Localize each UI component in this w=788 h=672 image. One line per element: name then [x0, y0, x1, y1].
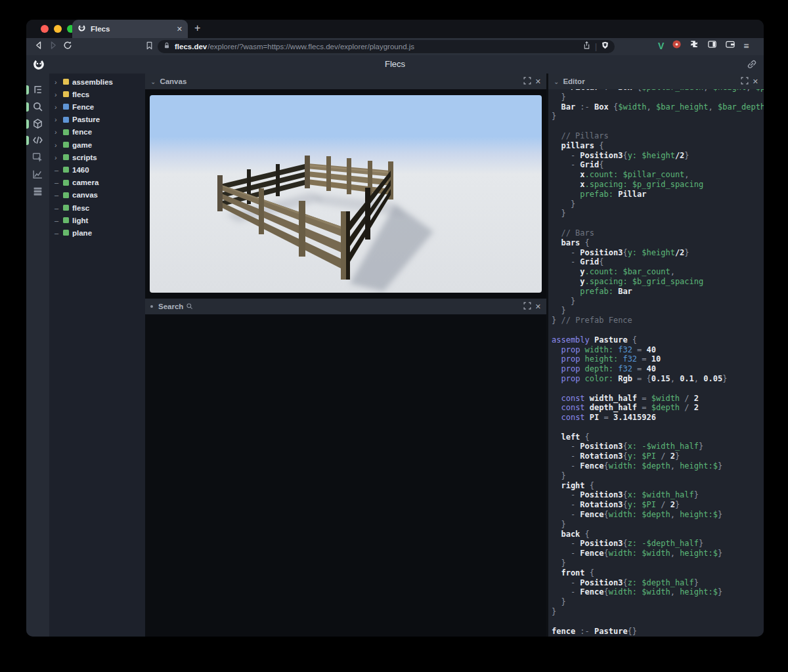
maximize-icon[interactable] [741, 77, 749, 86]
share-link-icon[interactable] [747, 59, 757, 72]
tool-search-icon[interactable] [26, 98, 49, 116]
brave-shield-icon[interactable] [601, 41, 609, 52]
code-line: - Fence{width: $depth, height:$} [552, 461, 764, 471]
browser-tab[interactable]: Flecs ✕ [72, 20, 188, 38]
maximize-icon[interactable] [523, 77, 531, 86]
code-line: right { [552, 481, 764, 491]
search-panel-body[interactable] [145, 314, 546, 637]
tool-inspector-icon[interactable] [26, 149, 49, 166]
expand-arrow-icon[interactable]: › [55, 154, 60, 161]
tree-item-flecs[interactable]: ›flecs [49, 88, 145, 100]
tree-item-1460[interactable]: –1460 [49, 163, 145, 176]
tree-item-Pasture[interactable]: ›Pasture [49, 114, 145, 126]
tab-strip: Flecs ✕ + [26, 20, 764, 38]
code-editor[interactable]: Pillar :- Box {$pillar_width, $height, $… [548, 89, 764, 637]
close-icon[interactable]: ✕ [753, 77, 758, 86]
leaf-dash-icon: – [55, 217, 60, 224]
tree-item-camera[interactable]: –camera [49, 177, 145, 189]
code-line [552, 121, 764, 131]
extensions-puzzle-icon[interactable] [690, 39, 699, 52]
tree-item-label: fence [72, 128, 92, 136]
close-icon[interactable]: ✕ [535, 303, 541, 311]
maximize-icon[interactable] [523, 302, 531, 311]
code-line: } [552, 520, 764, 530]
tree-item-canvas[interactable]: –canvas [49, 189, 145, 201]
code-line: front { [552, 568, 764, 578]
forward-button-icon[interactable] [46, 40, 60, 53]
divider: | [595, 42, 597, 51]
code-line: } [552, 558, 764, 568]
canvas-panel-header[interactable]: ⌄ Canvas ✕ [145, 74, 546, 89]
tree-item-game[interactable]: ›game [49, 138, 145, 151]
code-line: prop depth: f32 = 40 [552, 364, 764, 374]
code-line: - Position3{z: -$depth_half} [552, 539, 764, 549]
tree-item-fence[interactable]: ›fence [49, 126, 145, 138]
code-line [552, 384, 764, 394]
tree-item-label: light [72, 217, 88, 224]
entity-color-square [63, 205, 69, 211]
code-line: - Grid{ [552, 257, 764, 267]
expand-arrow-icon[interactable]: › [55, 116, 60, 123]
code-line: } [552, 607, 764, 617]
red-extension-icon[interactable] [672, 39, 682, 52]
expand-arrow-icon[interactable]: › [55, 141, 60, 149]
tree-item-label: plane [72, 229, 92, 237]
canvas-panel-title: Canvas [160, 77, 186, 85]
traffic-light-close[interactable] [41, 25, 49, 33]
tree-item-assemblies[interactable]: ›assemblies [49, 75, 145, 88]
browser-menu-icon[interactable]: ≡ [743, 41, 749, 51]
code-line: - Fence{width: $width, height:$} [552, 587, 764, 597]
search-panel-title: Search [158, 303, 183, 310]
address-bar[interactable]: flecs.dev /explorer/?wasm=https://www.fl… [158, 40, 615, 53]
expand-arrow-icon[interactable]: › [55, 78, 60, 86]
active-indicator [26, 85, 29, 94]
canvas-3d-scene[interactable] [150, 95, 542, 293]
editor-panel-header[interactable]: ⌄ Editor ✕ [548, 74, 764, 89]
tree-item-plane[interactable]: –plane [49, 226, 145, 239]
code-content[interactable]: Pillar :- Box {$pillar_width, $height, $… [552, 89, 764, 636]
tree-item-label: game [72, 141, 92, 149]
bullet-icon[interactable] [150, 305, 153, 308]
entity-color-square [63, 79, 69, 85]
tool-scene-3d-icon[interactable] [26, 116, 49, 133]
main-area: ›assemblies›flecs›Fence›Pasture›fence›ga… [26, 74, 764, 637]
entity-color-square [63, 154, 69, 160]
chevron-down-icon[interactable]: ⌄ [150, 78, 156, 85]
sidebar-toggle-icon[interactable] [707, 39, 717, 52]
code-line: y.count: $bar_count, [552, 267, 764, 277]
tool-entity-tree-icon[interactable] [26, 81, 49, 98]
tree-item-scripts[interactable]: ›scripts [49, 151, 145, 163]
chevron-down-icon[interactable]: ⌄ [554, 78, 559, 85]
traffic-light-minimize[interactable] [54, 25, 62, 33]
code-line: } [552, 112, 764, 121]
expand-arrow-icon[interactable]: › [55, 91, 60, 98]
code-line: assembly Pasture { [552, 335, 764, 345]
tree-item-Fence[interactable]: ›Fence [49, 100, 145, 113]
active-indicator [26, 102, 29, 112]
tab-favicon-flecs-icon [77, 23, 86, 35]
code-line: prefab: Pillar [552, 190, 764, 200]
wallet-icon[interactable] [725, 39, 735, 52]
reload-button-icon[interactable] [60, 40, 75, 53]
close-icon[interactable]: ✕ [535, 77, 541, 86]
bookmark-icon[interactable] [142, 41, 156, 53]
new-tab-button[interactable]: + [194, 22, 200, 34]
search-panel-header[interactable]: Search ✕ [145, 299, 546, 314]
tool-memory-rows-icon[interactable] [26, 183, 49, 200]
tree-item-label: Pasture [72, 116, 100, 123]
tree-item-label: flesc [72, 204, 89, 212]
expand-arrow-icon[interactable]: › [55, 103, 60, 111]
expand-arrow-icon[interactable]: › [55, 128, 60, 136]
tree-item-label: flecs [72, 91, 89, 98]
tab-close-icon[interactable]: ✕ [177, 25, 183, 33]
back-button-icon[interactable] [32, 40, 46, 53]
tree-item-light[interactable]: –light [49, 214, 145, 226]
vue-devtools-icon[interactable]: V [658, 41, 664, 51]
code-line: - Position3{y: $height/2} [552, 248, 764, 258]
tool-sidebar [26, 74, 49, 637]
tool-code-icon[interactable] [26, 132, 49, 149]
entity-color-square [63, 117, 69, 123]
share-icon[interactable] [582, 41, 591, 52]
tool-stats-chart-icon[interactable] [26, 166, 49, 183]
tree-item-flesc[interactable]: –flesc [49, 201, 145, 214]
